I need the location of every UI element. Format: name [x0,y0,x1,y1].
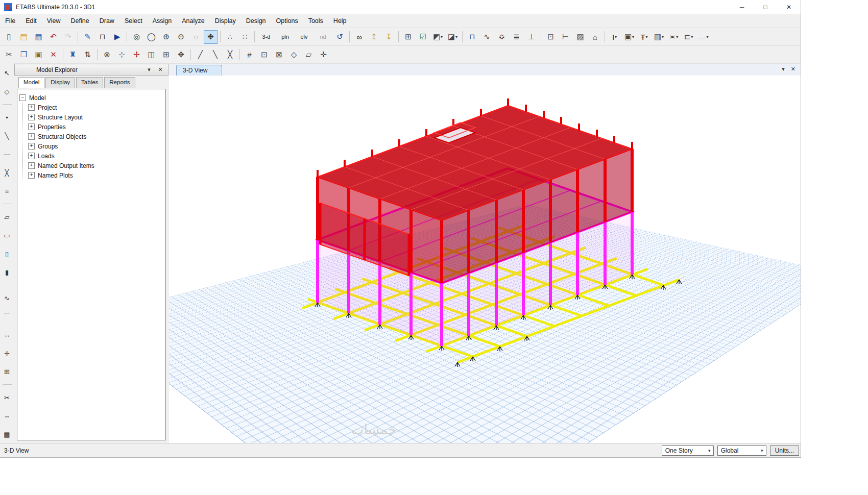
minimize-button[interactable]: ─ [730,0,754,14]
concrete-frame-design-caret-icon[interactable]: ▾ [632,35,634,39]
chevron-down-icon[interactable]: ▾ [758,448,766,453]
expand-icon[interactable]: + [28,114,35,120]
tree-node-named-plots[interactable]: + Named Plots [28,170,163,180]
view-plan-button[interactable]: pln [276,30,294,44]
menu-define[interactable]: Define [66,15,94,27]
edit-pen-button[interactable]: ✎ [81,30,94,44]
story-mode-select[interactable]: One Story ▾ [662,445,714,456]
expand-icon[interactable]: + [28,133,35,140]
expand-icon[interactable]: + [28,153,35,159]
edit-grids-button[interactable]: ⊞ [159,48,173,62]
story-down-button[interactable]: ↧ [382,30,396,44]
draw-section-cut-button[interactable]: ✂ [1,392,13,403]
save-model-button[interactable]: ▦ [32,30,45,44]
zoom-in-button[interactable]: ⊕ [159,30,173,44]
flip-shell-button[interactable]: ◇ [287,48,301,62]
quick-draw-wall-button[interactable]: ▮ [1,266,13,278]
tab-model[interactable]: Model [18,77,44,88]
lock-model-button[interactable]: ⊓ [95,30,109,44]
clear-selection-button[interactable]: ◪▾ [446,30,460,44]
add-shell-edge-button[interactable]: ⊠ [272,48,286,62]
menu-edit[interactable]: Edit [20,15,42,27]
quick-draw-floor-button[interactable]: ▭ [1,230,13,241]
quick-draw-braces-button[interactable]: ╳ [1,167,13,178]
divide-frames-button[interactable]: ╳ [223,48,237,62]
reshape-object-button[interactable]: ◇ [1,86,13,97]
draw-wall-button[interactable]: ▯ [1,248,13,259]
draw-tendon-button[interactable]: ⌒ [1,311,13,322]
menu-select[interactable]: Select [119,15,148,27]
mesh-shells-button[interactable]: # [243,48,256,62]
tree-node-structural-objects[interactable]: + Structural Objects [28,132,163,141]
align-points-button[interactable]: ⊹ [115,48,129,62]
move-points-button[interactable]: ✢ [130,48,143,62]
draw-joint-button[interactable]: • [1,112,13,123]
maximize-button[interactable]: □ [754,0,777,14]
menu-options[interactable]: Options [271,15,303,27]
draw-frame-button[interactable]: ╲ [1,130,13,141]
menu-analyze[interactable]: Analyze [177,15,209,27]
draw-link-button[interactable]: ∿ [1,292,13,304]
composite-column-design-caret-icon[interactable]: ▾ [662,35,664,39]
show-model-explorer-button[interactable]: ♜ [66,48,80,62]
joint-labels-button[interactable]: ⊡ [544,30,558,44]
run-analysis-button[interactable]: ▶ [110,30,124,44]
story-settings-button[interactable]: ⌂ [588,30,602,44]
composite-beam-design-caret-icon[interactable]: ▾ [646,35,648,39]
menu-file[interactable]: File [0,15,20,27]
restore-full-view-button[interactable]: ◯ [144,30,158,44]
tab-reports[interactable]: Reports [104,77,135,88]
show-undeformed-shape-button[interactable]: ⊓ [465,30,479,44]
concrete-slab-design-caret-icon[interactable]: ▾ [706,35,708,39]
snap-to-points-button[interactable]: ∴ [223,30,237,44]
offset-shells-button[interactable]: ▱ [302,48,316,62]
shear-wall-design-button[interactable]: ⊏▾ [682,30,695,44]
view-3d-button[interactable]: 3-d [257,30,275,44]
steel-frame-design-button[interactable]: I▾ [608,30,621,44]
quick-draw-secondary-beams-button[interactable]: ≡ [1,185,13,196]
tab-display[interactable]: Display [45,77,75,88]
concrete-slab-design-button[interactable]: ―▾ [696,30,710,44]
expand-icon[interactable]: + [28,104,35,111]
view-close-icon[interactable]: ✕ [791,66,795,72]
display-options-button[interactable]: ∞ [352,30,366,44]
close-button[interactable]: ✕ [777,0,801,14]
draw-grid-button[interactable]: ⊞ [1,366,13,377]
previous-zoom-button[interactable]: ◌ [189,30,203,44]
story-up-button[interactable]: ↥ [367,30,381,44]
pan-button[interactable]: ✥ [204,30,218,44]
paste-button[interactable]: ▣ [32,48,45,62]
draw-reference-point-button[interactable]: ✛ [1,348,13,359]
new-model-button[interactable]: ▯ [2,30,16,44]
check-model-button[interactable]: ⊞ [401,30,415,44]
view-elevation-button[interactable]: elv [295,30,313,44]
edit-dimensions-button[interactable]: ✛ [317,48,330,62]
edit-stories-button[interactable]: ⇅ [81,48,94,62]
expand-icon[interactable]: + [28,162,35,169]
draw-cladding-button[interactable]: ▤ [1,429,13,440]
menu-display[interactable]: Display [210,15,241,27]
select-pointer-button[interactable]: ↖ [1,67,13,79]
clear-selection-caret-icon[interactable]: ▾ [455,35,457,39]
chevron-down-icon[interactable]: ▾ [706,448,713,453]
zoom-out-button[interactable]: ⊖ [174,30,188,44]
rubber-band-zoom-button[interactable]: ◎ [130,30,143,44]
collapse-expander-icon[interactable]: − [19,94,26,101]
model-explorer-caption[interactable]: Model Explorer ▾ ✕ [14,64,168,76]
menu-view[interactable]: View [42,15,66,27]
rotate-3d-view-button[interactable]: ↺ [333,30,347,44]
composite-beam-design-button[interactable]: Ŧ▾ [637,30,651,44]
undo-button[interactable]: ↶ [46,30,60,44]
expand-icon[interactable]: + [28,172,35,179]
tree-node-properties[interactable]: + Properties [28,122,163,132]
coord-system-select[interactable]: Global ▾ [717,445,766,456]
menu-assign[interactable]: Assign [148,15,177,27]
tab-3d-view[interactable]: 3-D View [176,65,222,76]
units-button[interactable]: Units... [770,445,799,456]
get-previous-selection-caret-icon[interactable]: ▾ [441,35,443,39]
tree-node-project[interactable]: + Project [28,103,163,112]
tab-tables[interactable]: Tables [76,77,103,88]
show-forces-button[interactable]: ≎ [495,30,509,44]
shell-labels-button[interactable]: ▨ [573,30,587,44]
show-stresses-button[interactable]: ≣ [510,30,523,44]
